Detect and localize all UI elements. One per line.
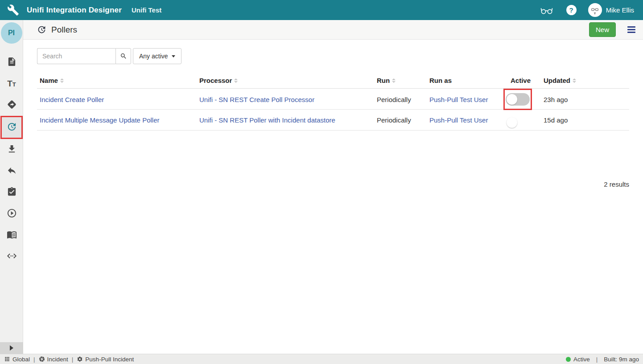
environment-name: Unifi Test [132, 6, 161, 14]
top-bar: Unifi Integration Designer Unifi Test ? … [0, 0, 643, 20]
sidebar-expand-button[interactable] [0, 342, 23, 354]
expand-icon [10, 345, 13, 351]
search-button[interactable] [115, 48, 131, 64]
active-filter-label: Any active [139, 53, 168, 60]
processor-link[interactable]: Unifi - SN REST Poller with Incident dat… [199, 116, 335, 124]
separator: | [72, 356, 74, 363]
caret-down-icon [172, 55, 175, 57]
book-icon [7, 229, 17, 241]
user-avatar[interactable] [588, 3, 602, 17]
processor-link[interactable]: Unifi - SN REST Create Poll Processor [199, 96, 314, 103]
sidebar-item-responses[interactable] [0, 160, 23, 182]
sidebar-item-messages[interactable] [0, 94, 23, 116]
annotation-box [503, 89, 532, 110]
updated-value: 15d ago [544, 116, 629, 124]
separator: | [596, 356, 598, 363]
toggle-knob [507, 117, 517, 128]
download-icon [7, 144, 17, 156]
separator: | [33, 356, 35, 363]
play-circle-icon [7, 208, 17, 220]
document-icon [7, 57, 17, 69]
updated-value: 23h ago [544, 96, 629, 103]
sort-icon [392, 78, 396, 83]
application-selector[interactable]: Incident [39, 356, 68, 363]
content: Any active Name Processor Run [23, 40, 643, 354]
results-count: 2 results [37, 180, 629, 188]
built-label: Built: 9m ago [604, 356, 639, 363]
build-status: Active | Built: 9m ago [566, 356, 639, 363]
sidebar-item-downloads[interactable] [0, 139, 23, 160]
sidebar-item-pollers[interactable] [0, 116, 23, 139]
sidebar-item-scripts[interactable] [0, 246, 23, 267]
column-header-run-as: Run as [429, 77, 511, 84]
table-row: Incident Multiple Message Update Poller … [37, 110, 629, 131]
run-value: Periodically [377, 96, 429, 103]
integration-selector[interactable]: Push-Pull Incident [77, 356, 134, 363]
poller-header-icon [37, 25, 46, 34]
sidebar-nav [0, 52, 23, 267]
poller-icon [7, 122, 17, 134]
column-header-run[interactable]: Run [377, 77, 429, 84]
help-icon[interactable]: ? [566, 5, 577, 15]
diamond-arrow-icon [7, 99, 17, 111]
text-format-icon [7, 79, 16, 89]
aperture-icon [39, 356, 45, 362]
run-as-link[interactable]: Push-Pull Test User [429, 116, 488, 124]
poller-name-link[interactable]: Incident Create Poller [40, 96, 104, 103]
sidebar-item-documents[interactable] [0, 52, 23, 73]
run-as-link[interactable]: Push-Pull Test User [429, 96, 488, 103]
search-icon [120, 53, 127, 60]
main-area: Pollers New Any active [23, 20, 643, 354]
sort-icon [234, 78, 238, 83]
sidebar-item-tasks[interactable] [0, 182, 23, 203]
page-header: Pollers New [23, 20, 643, 40]
glasses-icon[interactable] [540, 5, 554, 16]
reply-icon [7, 165, 17, 177]
code-icon [7, 251, 17, 263]
toolbar: Any active [37, 48, 629, 64]
column-header-processor[interactable]: Processor [199, 77, 377, 84]
sidebar-item-runs[interactable] [0, 203, 23, 225]
user-name[interactable]: Mike Ellis [606, 6, 634, 14]
run-value: Periodically [377, 116, 429, 124]
sort-icon [573, 78, 576, 83]
table-row: Incident Create Poller Unifi - SN REST C… [37, 89, 629, 110]
new-button[interactable]: New [589, 22, 616, 37]
status-label: Active [573, 356, 590, 363]
integration-label: Push-Pull Incident [85, 356, 134, 363]
column-header-name[interactable]: Name [40, 77, 199, 84]
table-header: Name Processor Run Run as [37, 72, 629, 89]
column-header-active: Active [511, 77, 544, 84]
gear-icon [77, 356, 83, 362]
active-toggle[interactable] [506, 93, 530, 106]
status-dot [566, 357, 571, 362]
scope-label: Global [12, 356, 30, 363]
app-window: Unifi Integration Designer Unifi Test ? … [0, 0, 643, 364]
app-title: Unifi Integration Designer [27, 6, 122, 15]
active-filter-dropdown[interactable]: Any active [133, 48, 181, 64]
poller-name-link[interactable]: Incident Multiple Message Update Poller [40, 116, 159, 124]
column-header-updated[interactable]: Updated [544, 77, 629, 84]
grid-icon [4, 356, 10, 362]
sort-icon [60, 78, 64, 83]
scope-selector[interactable]: Global [4, 356, 30, 363]
toggle-knob [507, 94, 517, 105]
application-label: Incident [47, 356, 68, 363]
status-bar: Global | Incident | Push-Pull Incident A… [0, 354, 643, 364]
wrench-icon [7, 4, 19, 16]
sidebar-item-documentation[interactable] [0, 225, 23, 246]
sidebar: PI [0, 20, 23, 354]
search-input[interactable] [37, 48, 115, 64]
integration-avatar[interactable]: PI [1, 22, 22, 44]
sidebar-item-text[interactable] [0, 73, 23, 94]
clipboard-check-icon [7, 187, 17, 199]
hamburger-menu-icon[interactable] [626, 25, 637, 34]
page-title: Pollers [51, 25, 77, 35]
